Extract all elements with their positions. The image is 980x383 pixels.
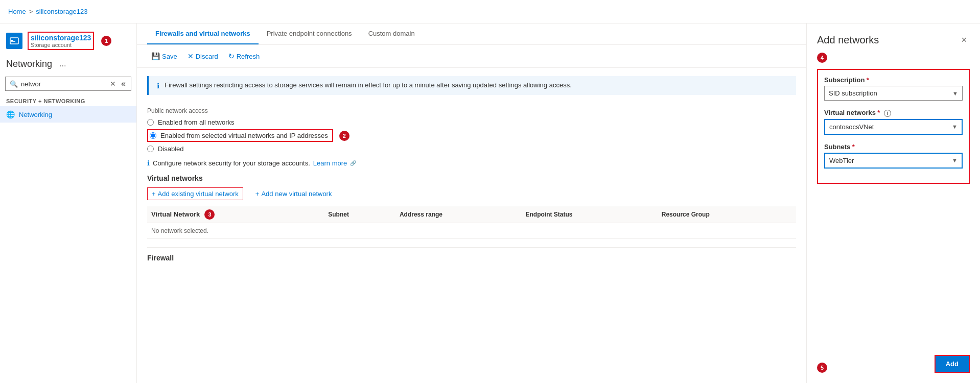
firewall-title: Firewall: [147, 254, 796, 262]
main-content: Firewalls and virtual networks Private e…: [137, 23, 806, 383]
table-row-empty: No network selected.: [147, 223, 796, 239]
col-subnet: Subnet: [324, 206, 395, 223]
virtual-networks-label-text: Virtual networks: [824, 109, 876, 116]
resource-type: Storage account: [31, 42, 91, 48]
vnet-section-title: Virtual networks: [147, 174, 796, 182]
tab-firewalls[interactable]: Firewalls and virtual networks: [147, 23, 259, 44]
breadcrumb-home[interactable]: Home: [8, 8, 26, 15]
configure-text: Configure network security for your stor…: [153, 159, 310, 167]
col-address: Address range: [395, 206, 522, 223]
save-label: Save: [162, 53, 177, 60]
page-title: Networking: [6, 59, 52, 69]
step-badge-2: 2: [339, 131, 349, 141]
info-icon: ℹ: [157, 82, 159, 90]
virtual-networks-required: *: [877, 109, 880, 116]
more-button[interactable]: ...: [56, 58, 69, 69]
step5-wrapper: 5 Add: [817, 355, 970, 373]
discard-icon: ✕: [188, 52, 194, 60]
panel-footer: 5 Add: [817, 347, 970, 373]
page-title-row: Networking ...: [0, 54, 136, 74]
search-clear-button[interactable]: ✕: [110, 80, 116, 87]
resource-title-box: siliconstorage123 Storage account: [28, 32, 94, 50]
step-badge-5: 5: [817, 363, 827, 373]
save-icon: 💾: [151, 52, 160, 60]
svg-rect-1: [11, 40, 13, 41]
breadcrumb-separator: >: [29, 8, 33, 15]
radio-group-public-access: Enabled from all networks Enabled from s…: [147, 118, 796, 153]
learn-more-link[interactable]: Learn more: [313, 159, 347, 167]
configure-row: ℹ Configure network security for your st…: [147, 159, 796, 167]
add-new-label: Add new virtual network: [261, 190, 332, 198]
panel-form-border-box: Subscription * SID subscription ▼ Virtua…: [817, 69, 970, 184]
add-networks-panel: Add networks × 4 Subscription * SID subs…: [806, 23, 980, 383]
virtual-networks-info-icon[interactable]: i: [884, 110, 891, 117]
breadcrumb-resource[interactable]: siliconstorage123: [36, 8, 87, 15]
resource-icon: [6, 33, 22, 49]
add-existing-plus-icon: +: [152, 190, 156, 198]
radio-disabled-label: Disabled: [158, 145, 184, 153]
empty-message: No network selected.: [147, 223, 796, 239]
top-bar: Home > siliconstorage123: [0, 0, 980, 23]
svg-rect-2: [11, 41, 15, 42]
refresh-icon: ↻: [228, 52, 235, 60]
add-existing-vnet-button[interactable]: + Add existing virtual network: [147, 187, 243, 200]
radio-enabled-all-input[interactable]: [147, 119, 154, 126]
subscription-select[interactable]: SID subscription: [825, 86, 962, 100]
add-button[interactable]: Add: [935, 355, 970, 373]
virtual-networks-group: Virtual networks * i contosocsVNet ▼: [824, 109, 963, 135]
subnets-select-wrapper: WebTier ▼: [824, 153, 963, 169]
vnet-actions: + Add existing virtual network + Add new…: [147, 187, 796, 200]
sidebar-item-networking-label: Networking: [19, 111, 52, 118]
tab-private-endpoints[interactable]: Private endpoint connections: [259, 23, 360, 44]
virtual-networks-select-wrapper: contosocsVNet ▼: [824, 119, 963, 135]
firewall-section: Firewall: [147, 247, 796, 262]
discard-button[interactable]: ✕ Discard: [183, 50, 222, 62]
panel-title: Add networks: [817, 34, 879, 46]
networking-icon: 🌐: [6, 110, 15, 118]
external-link-icon: 🔗: [350, 160, 356, 166]
radio-selected-vnet[interactable]: Enabled from selected virtual networks a…: [147, 129, 333, 142]
sidebar-collapse-button[interactable]: «: [119, 79, 128, 88]
search-input[interactable]: [21, 80, 107, 88]
virtual-networks-select[interactable]: contosocsVNet: [825, 120, 962, 134]
subnets-label: Subnets *: [824, 143, 963, 151]
radio-enabled-all[interactable]: Enabled from all networks: [147, 118, 796, 126]
subscription-label: Subscription *: [824, 76, 963, 84]
tab-custom-domain[interactable]: Custom domain: [360, 23, 423, 44]
content-area: Public network access Enabled from all n…: [137, 103, 806, 266]
col-vnet: Virtual Network 3: [147, 206, 324, 223]
configure-info-icon: ℹ: [147, 159, 150, 167]
col-endpoint: Endpoint Status: [522, 206, 658, 223]
panel-header: Add networks ×: [817, 34, 970, 46]
breadcrumb: Home > siliconstorage123: [8, 8, 87, 15]
sidebar-item-networking[interactable]: 🌐 Networking: [0, 106, 136, 123]
subnets-group: Subnets * WebTier ▼: [824, 143, 963, 169]
main-layout: siliconstorage123 Storage account 1 Netw…: [0, 23, 980, 383]
sidebar-section-label: Security + networking: [0, 94, 136, 106]
info-banner-text: Firewall settings restricting access to …: [165, 81, 572, 89]
virtual-networks-section: Virtual networks + Add existing virtual …: [147, 174, 796, 239]
panel-close-button[interactable]: ×: [958, 34, 970, 46]
subscription-label-text: Subscription: [824, 76, 865, 84]
info-banner: ℹ Firewall settings restricting access t…: [147, 76, 796, 95]
subscription-group: Subscription * SID subscription ▼: [824, 76, 963, 101]
search-container: 🔍 ✕ «: [5, 77, 131, 91]
discard-label: Discard: [196, 53, 218, 60]
step-badge-1: 1: [101, 36, 111, 46]
sidebar-resource-header: siliconstorage123 Storage account 1: [0, 28, 136, 54]
radio-disabled[interactable]: Disabled: [147, 145, 796, 153]
radio-disabled-input[interactable]: [147, 146, 154, 152]
tabs-container: Firewalls and virtual networks Private e…: [137, 23, 806, 45]
subnets-select[interactable]: WebTier: [825, 154, 962, 167]
public-network-label: Public network access: [147, 107, 796, 114]
search-icon: 🔍: [10, 80, 18, 88]
add-new-vnet-button[interactable]: + Add new virtual network: [251, 187, 336, 200]
subnets-label-text: Subnets: [824, 143, 850, 151]
resource-name: siliconstorage123: [31, 34, 91, 42]
save-button[interactable]: 💾 Save: [147, 50, 181, 62]
refresh-button[interactable]: ↻ Refresh: [224, 50, 264, 62]
radio-enabled-all-label: Enabled from all networks: [158, 118, 235, 126]
radio-vnet-input[interactable]: [150, 132, 156, 139]
step-badge-4: 4: [817, 53, 827, 63]
subscription-required: *: [867, 76, 869, 84]
